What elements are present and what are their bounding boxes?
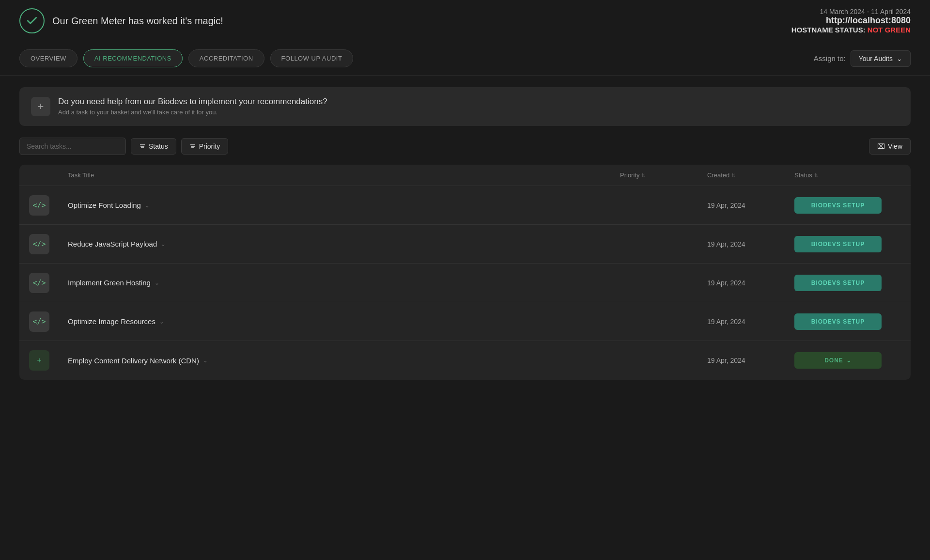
task-dropdown-4[interactable]: ⌄ — [159, 318, 164, 325]
row-expand-icon-5[interactable]: + — [29, 350, 68, 371]
task-status-2: BIODEVS SETUP — [794, 236, 901, 252]
task-title-5: Employ Content Delivery Network (CDN) ⌄ — [68, 357, 620, 365]
filter-icon — [139, 143, 146, 150]
task-date-3: 19 Apr, 2024 — [707, 279, 794, 287]
code-icon: </> — [32, 201, 46, 210]
view-button[interactable]: ⌧ View — [869, 138, 911, 155]
nav-tabs: OVERVIEW AI RECOMMENDATIONS ACCREDITATIO… — [19, 49, 808, 67]
header: Our Green Meter has worked it's magic! 1… — [0, 0, 930, 42]
priority-filter-label: Priority — [199, 142, 220, 150]
assign-label: Assign to: — [814, 54, 846, 62]
row-expand-icon-1[interactable]: </> — [29, 195, 68, 216]
view-label: View — [888, 142, 902, 150]
priority-filter-icon — [189, 143, 196, 150]
col-header-status[interactable]: Status ⇅ — [794, 171, 901, 179]
code-icon: </> — [32, 240, 46, 249]
biodevs-setup-button-1[interactable]: BIODEVS SETUP — [794, 197, 882, 214]
priority-filter-button[interactable]: Priority — [181, 138, 229, 155]
biodevs-subtitle: Add a task to your basket and we'll take… — [58, 109, 327, 116]
task-dropdown-1[interactable]: ⌄ — [145, 202, 150, 209]
hostname: http://localhost:8080 — [791, 16, 911, 26]
task-dropdown-5[interactable]: ⌄ — [203, 357, 208, 364]
date-range: 14 March 2024 - 11 April 2024 — [791, 8, 911, 16]
col-header-created[interactable]: Created ⇅ — [707, 171, 794, 179]
col-header-icon — [29, 171, 68, 179]
status-filter-label: Status — [149, 142, 168, 150]
biodevs-setup-button-2[interactable]: BIODEVS SETUP — [794, 236, 882, 252]
table-header: Task Title Priority ⇅ Created ⇅ Status ⇅ — [19, 165, 911, 186]
row-expand-icon-2[interactable]: </> — [29, 234, 68, 254]
col-header-task-title: Task Title — [68, 171, 620, 179]
nav-bar: OVERVIEW AI RECOMMENDATIONS ACCREDITATIO… — [0, 42, 930, 76]
header-right: 14 March 2024 - 11 April 2024 http://loc… — [791, 8, 911, 34]
table-row: </> Implement Green Hosting ⌄ 19 Apr, 20… — [19, 264, 911, 302]
hostname-status: HOSTNAME STATUS: NOT GREEN — [791, 26, 911, 34]
status-sort-icon: ⇅ — [814, 172, 818, 178]
tasks-table: Task Title Priority ⇅ Created ⇅ Status ⇅… — [19, 165, 911, 380]
task-title-1: Optimize Font Loading ⌄ — [68, 201, 620, 209]
code-icon: </> — [32, 317, 46, 326]
task-title-2: Reduce JavaScript Payload ⌄ — [68, 240, 620, 248]
table-row: + Employ Content Delivery Network (CDN) … — [19, 341, 911, 380]
tab-overview[interactable]: OVERVIEW — [19, 49, 78, 67]
plus-icon: + — [38, 100, 44, 113]
header-left: Our Green Meter has worked it's magic! — [19, 8, 223, 33]
table-row: </> Reduce JavaScript Payload ⌄ 19 Apr, … — [19, 225, 911, 264]
task-title-3: Implement Green Hosting ⌄ — [68, 279, 620, 287]
biodevs-setup-button-4[interactable]: BIODEVS SETUP — [794, 313, 882, 330]
task-title-4: Optimize Image Resources ⌄ — [68, 317, 620, 326]
biodevs-setup-button-3[interactable]: BIODEVS SETUP — [794, 275, 882, 291]
task-status-3: BIODEVS SETUP — [794, 275, 901, 291]
done-button-5[interactable]: DONE ⌄ — [794, 352, 882, 369]
task-status-1: BIODEVS SETUP — [794, 197, 901, 214]
task-dropdown-2[interactable]: ⌄ — [161, 241, 166, 248]
priority-sort-icon: ⇅ — [641, 172, 645, 178]
task-date-5: 19 Apr, 2024 — [707, 357, 794, 364]
table-row: </> Optimize Font Loading ⌄ 19 Apr, 2024… — [19, 186, 911, 225]
hostname-status-value: NOT GREEN — [868, 26, 911, 34]
biodevs-title: Do you need help from our Biodevs to imp… — [58, 97, 327, 107]
col-header-priority[interactable]: Priority ⇅ — [620, 171, 707, 179]
filters-row: Status Priority ⌧ View — [19, 138, 911, 155]
chevron-down-icon: ⌄ — [846, 357, 852, 364]
task-status-5: DONE ⌄ — [794, 352, 901, 369]
table-row: </> Optimize Image Resources ⌄ 19 Apr, 2… — [19, 302, 911, 341]
task-date-2: 19 Apr, 2024 — [707, 240, 794, 248]
assign-value: Your Audits — [859, 55, 893, 62]
search-input[interactable] — [19, 138, 126, 155]
main-content: + Do you need help from our Biodevs to i… — [0, 76, 930, 391]
status-filter-button[interactable]: Status — [131, 138, 176, 155]
chevron-down-icon: ⌄ — [897, 55, 902, 62]
assign-dropdown[interactable]: Your Audits ⌄ — [851, 50, 911, 67]
tab-ai-recommendations[interactable]: AI RECOMMENDATIONS — [83, 49, 183, 67]
view-icon: ⌧ — [877, 142, 885, 150]
assign-section: Assign to: Your Audits ⌄ — [814, 50, 911, 67]
header-message: Our Green Meter has worked it's magic! — [52, 16, 223, 27]
task-status-4: BIODEVS SETUP — [794, 313, 901, 330]
created-sort-icon: ⇅ — [731, 172, 735, 178]
biodevs-banner: + Do you need help from our Biodevs to i… — [19, 87, 911, 126]
biodevs-text: Do you need help from our Biodevs to imp… — [58, 97, 327, 116]
tab-follow-up-audit[interactable]: FOLLOW UP AUDIT — [270, 49, 354, 67]
row-expand-icon-4[interactable]: </> — [29, 311, 68, 332]
task-dropdown-3[interactable]: ⌄ — [155, 280, 159, 286]
task-date-1: 19 Apr, 2024 — [707, 202, 794, 209]
code-icon: </> — [32, 279, 46, 287]
tab-accreditation[interactable]: ACCREDITATION — [188, 49, 264, 67]
success-icon — [19, 8, 45, 33]
plus-icon: + — [37, 356, 41, 365]
task-date-4: 19 Apr, 2024 — [707, 318, 794, 326]
row-expand-icon-3[interactable]: </> — [29, 273, 68, 293]
add-task-button[interactable]: + — [31, 97, 50, 116]
hostname-status-label: HOSTNAME STATUS: — [791, 26, 866, 34]
